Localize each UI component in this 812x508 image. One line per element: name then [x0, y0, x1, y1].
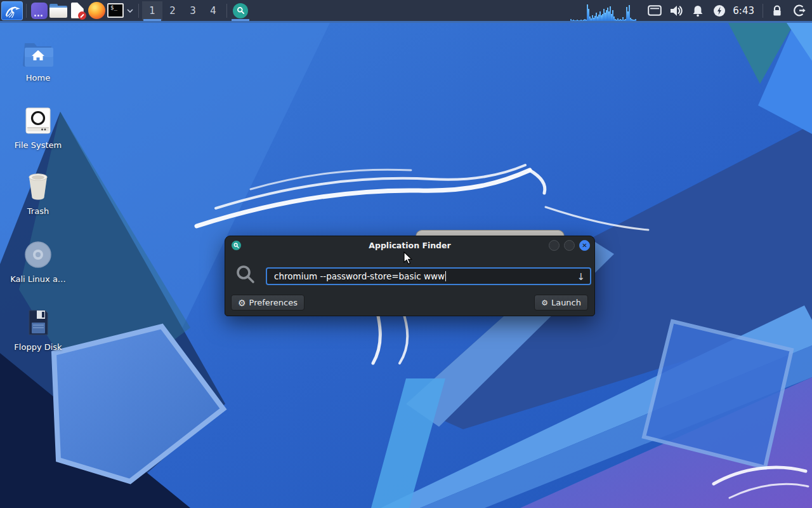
notifications-bell-icon[interactable]	[690, 1, 706, 20]
preferences-label: Preferences	[249, 298, 298, 307]
desktop-icon-label: File System	[15, 140, 62, 150]
command-input[interactable]: chromium --password-store=basic www ↓	[266, 267, 591, 285]
lock-icon[interactable]	[769, 1, 785, 20]
window-display-icon[interactable]	[646, 1, 663, 20]
launch-button[interactable]: ⚙ Launch	[534, 295, 588, 311]
file-manager-icon	[49, 4, 67, 18]
floppy-disk-icon	[24, 305, 52, 337]
application-finder-window: Application Finder ✕ chromium --password…	[225, 236, 595, 316]
volume-icon[interactable]	[668, 1, 684, 20]
panel-separator	[138, 4, 139, 18]
minimize-button[interactable]	[549, 240, 560, 251]
firefox-icon	[88, 2, 105, 19]
command-text: chromium --password-store=basic www	[274, 271, 445, 281]
run-gear-icon: ⚙	[541, 298, 548, 307]
clock[interactable]: 6:43	[733, 5, 754, 17]
terminal-icon: $_	[107, 3, 124, 18]
desktop-icon-home[interactable]: Home	[8, 36, 69, 83]
cd-disc-icon	[24, 237, 52, 269]
launcher-text-editor[interactable]	[68, 1, 87, 20]
desktop-icon-label: Home	[26, 73, 50, 83]
desktop-icon-label: Kali Linux a…	[10, 274, 66, 284]
panel-separator	[226, 4, 227, 18]
mouse-cursor	[403, 251, 413, 267]
home-folder-icon	[23, 36, 53, 67]
launcher-terminal[interactable]: $_	[106, 1, 125, 20]
text-editor-icon	[71, 3, 84, 18]
launch-label: Launch	[551, 298, 581, 307]
application-finder-icon	[232, 241, 241, 250]
kali-dragon-icon	[4, 3, 20, 18]
preferences-button[interactable]: ⚙ Preferences	[231, 295, 304, 311]
hard-drive-icon	[24, 103, 52, 135]
terminal-dropdown-chevron[interactable]	[125, 1, 135, 20]
combo-dropdown-arrow[interactable]: ↓	[577, 271, 585, 283]
logout-icon[interactable]	[790, 1, 807, 20]
text-caret	[445, 271, 446, 281]
gear-icon: ⚙	[238, 298, 246, 308]
dashboard-icon	[31, 3, 48, 19]
search-icon	[235, 264, 256, 287]
search-icon	[233, 3, 248, 18]
workspace-4[interactable]: 4	[203, 1, 223, 20]
workspace-3[interactable]: 3	[183, 1, 203, 20]
panel-separator	[763, 4, 763, 18]
power-manager-icon[interactable]	[711, 1, 728, 20]
desktop-icon-trash[interactable]: Trash	[8, 169, 69, 216]
cpu-load-graph[interactable]	[570, 0, 639, 21]
desktop-icon-file-system[interactable]: File System	[8, 103, 69, 150]
trash-icon	[25, 169, 51, 201]
workspace-2[interactable]: 2	[162, 1, 183, 20]
workspace-1[interactable]: 1	[142, 1, 162, 20]
desktop-icon-label: Trash	[27, 206, 49, 216]
window-title: Application Finder	[369, 241, 450, 250]
panel-separator	[26, 4, 27, 18]
taskbar-application-finder[interactable]	[230, 1, 251, 20]
kali-menu-button[interactable]	[1, 1, 23, 20]
desktop-icon-kali-cd[interactable]: Kali Linux a…	[8, 237, 69, 284]
maximize-button[interactable]	[564, 240, 575, 251]
launcher-dashboard[interactable]	[30, 1, 49, 20]
launcher-file-manager[interactable]	[49, 1, 68, 20]
desktop-icon-label: Floppy Disk	[14, 342, 62, 352]
top-panel: $_ 1 2 3 4 6:43	[0, 0, 812, 23]
close-button[interactable]: ✕	[579, 240, 590, 251]
cpu-bar	[635, 19, 636, 21]
launcher-firefox[interactable]	[87, 1, 106, 20]
desktop-icon-floppy[interactable]: Floppy Disk	[8, 305, 69, 352]
